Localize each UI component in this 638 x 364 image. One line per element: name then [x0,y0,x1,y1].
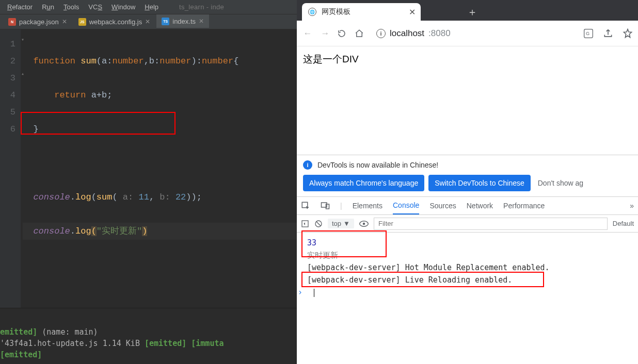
chevron-down-icon: ▼ [343,220,350,227]
live-expression-icon[interactable] [359,221,369,227]
info-icon: i [303,160,312,170]
svg-text:G: G [586,31,589,36]
tab-label: index.ts [172,18,196,25]
code-text: )); [186,192,202,202]
address-bar[interactable]: i localhost:8080 [372,28,577,39]
code-area[interactable]: ▾ function sum(a:number,b:number):number… [21,29,297,308]
code-text: console [33,192,70,202]
code-text: ) [142,226,147,236]
browser-pane: 🌐 网页模板 ✕ ＋ ← → i localhost:8080 G [297,0,638,364]
url-host: localhost [390,28,424,39]
code-text: log [75,192,91,202]
console-row: 实时更新 [305,249,638,261]
kw-return: return [54,90,91,100]
close-icon[interactable]: ✕ [62,18,67,25]
npm-file-icon: N [8,18,16,26]
terminal-text: [emitted] [145,339,186,348]
bookmark-icon[interactable] [623,28,633,39]
code-text: (a: [97,56,113,66]
terminal-text: [emitted] [0,350,42,359]
console-prompt-icon: › [298,286,302,299]
js-file-icon: JS [78,18,86,26]
terminal-text [186,339,191,348]
fold-open-icon[interactable]: ▾ [20,31,26,48]
terminal-text: (name: main) [37,327,98,337]
match-language-button[interactable]: Always match Chrome's language [303,175,424,191]
log-level-selector[interactable]: Default [613,220,634,227]
home-icon [355,29,364,38]
code-text: ,b: [144,56,160,66]
context-selector[interactable]: top ▼ [328,219,354,228]
browser-tab-title: 网页模板 [322,7,350,16]
code-text: number [202,56,233,66]
devtools-infobar-buttons: Always match Chrome's language Switch De… [297,175,638,196]
terminal-text: '43f4a1.hot-update.js 1.14 KiB [0,339,145,348]
nav-back-button[interactable]: ← [302,28,313,39]
tab-network[interactable]: Network [467,197,493,214]
switch-chinese-button[interactable]: Switch DevTools to Chinese [428,175,531,191]
share-icon[interactable] [603,28,613,39]
console-sidebar-toggle-icon[interactable] [301,220,309,228]
home-button[interactable] [355,29,366,38]
console-filter-input[interactable] [374,218,608,230]
line-number: 4 [0,87,15,104]
close-icon[interactable]: ✕ [145,18,150,25]
translate-icon[interactable]: G [583,28,594,39]
nav-forward-button[interactable]: → [320,28,331,39]
svg-point-8 [363,222,365,225]
menu-tools[interactable]: Tools [60,1,82,13]
tab-label: webpack.config.js [89,18,142,26]
param-hint: b: [160,192,176,202]
tab-webpack-config[interactable]: JS webpack.config.js ✕ [73,14,156,29]
tab-sources[interactable]: Sources [429,197,456,214]
console-row: 33 [305,237,638,249]
infobar-text: DevTools is now available in Chinese! [317,161,438,169]
terminal-text: [immuta [191,339,224,348]
devtools: i DevTools is now available in Chinese! … [297,155,638,364]
menu-window[interactable]: Window [108,1,138,13]
tab-console[interactable]: Console [393,197,419,214]
line-number: 2 [0,53,15,70]
devtools-infobar: i DevTools is now available in Chinese! [297,155,638,175]
ide-pane: Refactor Run Tools VCS Window Help ts_le… [0,0,297,364]
code-text: console [33,226,70,236]
menu-run[interactable]: Run [39,1,57,13]
code-text: a+b; [91,90,113,100]
console-row: [webpack-dev-server] Hot Module Replacem… [305,261,638,274]
inspect-element-icon[interactable] [301,201,310,210]
code-text: ( [112,192,117,202]
line-number: 5 [0,104,15,121]
param-hint: a: [118,192,139,202]
menu-help[interactable]: Help [141,1,162,13]
browser-toolbar: ← → i localhost:8080 G [297,21,638,46]
terminal-panel[interactable]: emitted] (name: main) '43f4a1.hot-update… [0,308,297,364]
browser-tabstrip: 🌐 网页模板 ✕ ＋ [297,0,638,21]
fn-name: sum [81,56,97,66]
tab-performance[interactable]: Performance [503,197,545,214]
clear-console-icon[interactable] [314,220,323,228]
site-info-icon[interactable]: i [376,29,386,38]
menu-refactor[interactable]: Refactor [4,1,36,13]
tab-elements[interactable]: Elements [353,197,382,214]
console-output[interactable]: 33 实时更新 [webpack-dev-server] Hot Module … [297,233,638,364]
new-tab-button[interactable]: ＋ [465,5,480,19]
code-text: number [160,56,191,66]
browser-tab[interactable]: 🌐 网页模板 ✕ [302,3,421,21]
console-row: [webpack-dev-server] Live Reloading enab… [305,274,638,286]
code-text: number [112,56,143,66]
more-tabs-icon[interactable]: » [630,202,634,210]
fold-close-icon[interactable]: ▴ [20,65,26,82]
editor-tabs: N package.json ✕ JS webpack.config.js ✕ … [0,14,297,29]
close-icon[interactable]: ✕ [199,18,204,25]
tab-package-json[interactable]: N package.json ✕ [3,14,72,29]
close-icon[interactable]: ✕ [409,7,416,17]
dont-show-again-link[interactable]: Don't show ag [535,179,583,187]
menu-vcs[interactable]: VCS [85,1,105,13]
tab-index-ts[interactable]: TS index.ts ✕ [156,14,209,29]
reload-button[interactable] [337,29,348,38]
project-name: ts_learn - inde [179,3,224,11]
device-toolbar-icon[interactable] [321,201,330,210]
code-editor[interactable]: 1 2 3 4 5 6 ▾ function sum(a:number,b:nu… [0,29,297,308]
line-number: 6 [0,121,15,138]
devtools-tabs: | Elements Console Sources Network Perfo… [297,196,638,215]
